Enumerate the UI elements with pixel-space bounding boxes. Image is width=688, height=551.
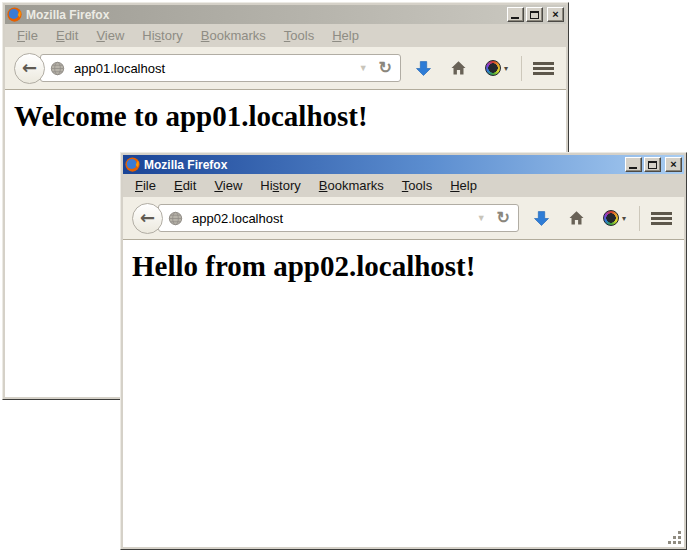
- menu-label-accel: V: [96, 28, 104, 43]
- menu-label: tory: [279, 178, 301, 193]
- home-icon[interactable]: [450, 60, 467, 76]
- menu-label: dit: [65, 28, 79, 43]
- menu-view[interactable]: View: [205, 176, 251, 195]
- menu-label-accel: H: [450, 178, 459, 193]
- globe-icon: [50, 61, 65, 76]
- menu-view[interactable]: View: [87, 26, 133, 45]
- window-title: Mozilla Firefox: [26, 8, 503, 22]
- minimize-icon: [629, 167, 637, 169]
- addon-dropdown-caret-icon[interactable]: ▾: [504, 64, 508, 73]
- url-input[interactable]: app02.localhost: [192, 211, 283, 226]
- home-icon[interactable]: [568, 210, 585, 226]
- window-controls: ×: [507, 7, 564, 22]
- hamburger-icon: [651, 212, 672, 215]
- menu-edit[interactable]: Edit: [165, 176, 205, 195]
- menu-label-accel: H: [332, 28, 341, 43]
- downloads-icon[interactable]: [415, 60, 432, 77]
- maximize-icon: [530, 11, 539, 19]
- url-bar[interactable]: app02.localhost ▼ ↻: [158, 204, 519, 232]
- menu-label-accel: F: [135, 178, 143, 193]
- menu-label: ookmarks: [209, 28, 265, 43]
- menu-label-accel: E: [174, 178, 183, 193]
- menu-label: ools: [408, 178, 432, 193]
- page-heading: Welcome to app01.localhost!: [5, 90, 566, 133]
- resize-grip[interactable]: [678, 541, 681, 544]
- firefox-icon: [125, 157, 140, 172]
- nav-toolbar: ← app01.localhost ▼ ↻: [5, 47, 566, 90]
- minimize-button[interactable]: [625, 157, 642, 172]
- close-icon: ×: [552, 9, 558, 20]
- toolbar-icons: ▾: [533, 206, 672, 231]
- menubar: File Edit View History Bookmarks Tools H…: [5, 24, 566, 47]
- menu-label: elp: [460, 178, 477, 193]
- desktop: Mozilla Firefox × File Edit View History…: [0, 0, 688, 551]
- menu-label: ools: [290, 28, 314, 43]
- addon-colorwheel-icon[interactable]: [485, 60, 501, 76]
- toolbar-separator: [639, 206, 640, 231]
- menu-label-accel: V: [214, 178, 222, 193]
- menu-tools[interactable]: Tools: [393, 176, 441, 195]
- menubar: File Edit View History Bookmarks Tools H…: [123, 174, 684, 197]
- hamburger-icon: [533, 62, 554, 65]
- toolbar-separator: [521, 56, 522, 81]
- globe-icon: [168, 211, 183, 226]
- url-dropdown-icon[interactable]: ▼: [359, 64, 368, 73]
- addon-colorwheel-icon[interactable]: [603, 210, 619, 226]
- menu-history[interactable]: History: [133, 26, 191, 45]
- menu-label-accel: F: [17, 28, 25, 43]
- nav-toolbar: ← app02.localhost ▼ ↻: [123, 197, 684, 240]
- minimize-icon: [511, 17, 519, 19]
- menu-label: ile: [143, 178, 156, 193]
- menu-label: elp: [342, 28, 359, 43]
- window-controls: ×: [625, 157, 682, 172]
- close-button[interactable]: ×: [665, 157, 682, 172]
- downloads-icon[interactable]: [533, 210, 550, 227]
- menu-label: dit: [183, 178, 197, 193]
- page-content: Hello from app02.localhost!: [123, 240, 684, 547]
- addon-dropdown-caret-icon[interactable]: ▾: [622, 214, 626, 223]
- maximize-icon: [648, 161, 657, 169]
- app-menu-button[interactable]: [533, 62, 554, 75]
- toolbar-icons: ▾: [415, 56, 554, 81]
- menu-label-accel: E: [56, 28, 65, 43]
- back-button[interactable]: ←: [132, 203, 163, 234]
- menu-edit[interactable]: Edit: [47, 26, 87, 45]
- back-arrow-icon: ←: [140, 207, 155, 228]
- menu-label: iew: [105, 28, 125, 43]
- window-title: Mozilla Firefox: [144, 158, 621, 172]
- menu-label: tory: [161, 28, 183, 43]
- titlebar[interactable]: Mozilla Firefox ×: [123, 155, 684, 174]
- menu-help[interactable]: Help: [441, 176, 486, 195]
- firefox-icon: [7, 7, 22, 22]
- menu-label: Hi: [142, 28, 154, 43]
- close-button[interactable]: ×: [547, 7, 564, 22]
- back-arrow-icon: ←: [22, 57, 37, 78]
- menu-bookmarks[interactable]: Bookmarks: [310, 176, 393, 195]
- menu-bookmarks[interactable]: Bookmarks: [192, 26, 275, 45]
- titlebar[interactable]: Mozilla Firefox ×: [5, 5, 566, 24]
- maximize-button[interactable]: [526, 7, 543, 22]
- menu-label: iew: [223, 178, 243, 193]
- menu-history[interactable]: History: [251, 176, 309, 195]
- url-bar[interactable]: app01.localhost ▼ ↻: [40, 54, 401, 82]
- menu-label: ile: [25, 28, 38, 43]
- close-icon: ×: [670, 159, 676, 170]
- minimize-button[interactable]: [507, 7, 524, 22]
- page-heading: Hello from app02.localhost!: [123, 240, 684, 283]
- url-dropdown-icon[interactable]: ▼: [477, 214, 486, 223]
- firefox-window-app02: Mozilla Firefox × File Edit View History…: [120, 152, 687, 550]
- reload-icon[interactable]: ↻: [497, 210, 510, 226]
- app-menu-button[interactable]: [651, 212, 672, 225]
- menu-help[interactable]: Help: [323, 26, 368, 45]
- menu-file[interactable]: File: [126, 176, 165, 195]
- menu-label: ookmarks: [327, 178, 383, 193]
- menu-label: Hi: [260, 178, 272, 193]
- menu-tools[interactable]: Tools: [275, 26, 323, 45]
- back-button[interactable]: ←: [14, 53, 45, 84]
- menu-file[interactable]: File: [8, 26, 47, 45]
- reload-icon[interactable]: ↻: [379, 60, 392, 76]
- maximize-button[interactable]: [644, 157, 661, 172]
- url-input[interactable]: app01.localhost: [74, 61, 165, 76]
